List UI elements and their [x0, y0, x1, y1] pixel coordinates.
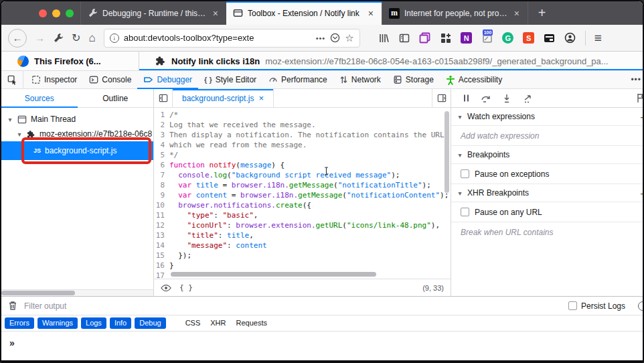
tree-item-background-script[interactable]: JS background-script.js [1, 141, 153, 160]
console-input-row[interactable]: » [1, 331, 643, 360]
scrollbar-thumb[interactable] [1, 291, 75, 295]
toolbox-target-tab[interactable]: This Firefox (6... [1, 52, 139, 70]
grammarly-extension-icon[interactable]: G [502, 32, 514, 44]
tree-item-main-thread[interactable]: ▾ Main Thread [1, 112, 153, 127]
editor-horizontal-scrollbar[interactable] [171, 272, 376, 277]
trash-icon[interactable] [8, 301, 17, 311]
filter-chip-errors[interactable]: Errors [5, 317, 34, 329]
close-icon[interactable]: × [513, 8, 521, 19]
multi-window-extension-icon[interactable] [419, 32, 431, 44]
filter-chip-logs[interactable]: Logs [81, 317, 106, 329]
add-xhr-breakpoint-button[interactable]: + [640, 188, 643, 199]
home-icon[interactable]: ⌂ [88, 31, 95, 45]
debugger-right-panel: ▾ Watch expressions + Add watch expressi… [451, 89, 643, 296]
pocket-icon[interactable] [330, 33, 340, 43]
toolbox-extension-tab[interactable]: Notify link clicks i18n moz-extension://… [139, 52, 643, 70]
pause-on-any-url-checkbox[interactable] [461, 208, 469, 216]
pause-button[interactable] [462, 94, 470, 102]
url-bar[interactable]: i about:devtools-toolbox?type=exte ••• ☆ [104, 29, 360, 48]
bookmark-star-icon[interactable]: ☆ [345, 32, 353, 44]
editor-vertical-scrollbar[interactable] [445, 111, 449, 193]
tab-debugger[interactable]: Debugger [137, 71, 198, 88]
zoom-window-button[interactable] [66, 9, 74, 17]
account-icon[interactable] [564, 32, 576, 44]
line-number: 16 [154, 261, 169, 271]
minimize-window-button[interactable] [52, 9, 60, 17]
pick-element-button[interactable] [1, 71, 23, 88]
chevron-down-icon[interactable]: ▾ [457, 113, 463, 121]
console-settings-icon[interactable] [638, 301, 644, 311]
blackbox-flag-icon[interactable] [636, 93, 643, 103]
tab-toolbox-extension[interactable]: Toolbox - Extension / Notify link × [226, 1, 382, 25]
breakpoints-header[interactable]: ▾ Breakpoints [451, 146, 643, 164]
new-tab-button[interactable]: + [528, 1, 556, 25]
score-100-extension-icon[interactable]: 100 [481, 32, 493, 44]
filter-chip-xhr[interactable]: XHR [207, 317, 229, 329]
collapse-panel-icon[interactable] [154, 89, 173, 107]
tab-outline[interactable]: Outline [78, 89, 154, 107]
wrench-devtools-icon[interactable] [53, 33, 64, 44]
chevron-down-icon[interactable]: ▾ [457, 151, 463, 159]
watch-expressions-header[interactable]: ▾ Watch expressions + [451, 108, 643, 126]
tab-sources[interactable]: Sources [1, 89, 78, 107]
filter-chip-info[interactable]: Info [110, 317, 131, 329]
step-over-button[interactable] [481, 94, 491, 103]
persist-logs-label: Persist Logs [581, 301, 625, 311]
tab-storage[interactable]: Storage [387, 71, 440, 88]
chevron-down-icon[interactable]: ▾ [16, 131, 23, 138]
filter-chip-css[interactable]: CSS [182, 317, 204, 329]
step-out-button[interactable] [522, 94, 533, 103]
chevron-down-icon[interactable]: ▾ [7, 116, 13, 123]
menu-icon[interactable]: ≡ [594, 31, 602, 46]
page-actions-icon[interactable]: ••• [316, 34, 326, 42]
tab-mozilla[interactable]: m Internet for people, not profit — × [382, 1, 528, 25]
close-icon[interactable]: × [212, 8, 220, 19]
xhr-breakpoint-input[interactable]: Break when URL contains [451, 222, 643, 242]
close-icon[interactable]: × [367, 8, 375, 19]
devtools-more-tools-icon[interactable]: ••• [631, 71, 643, 88]
tab-performance[interactable]: Performance [262, 71, 333, 88]
site-info-icon[interactable]: i [110, 33, 119, 43]
tree-item-extension[interactable]: ▾ moz-extension://e7fb218e-06c8 [1, 127, 153, 141]
tab-style-editor[interactable]: { } Style Editor [198, 71, 262, 88]
grid-plus-extension-icon[interactable] [440, 32, 452, 44]
chevron-down-icon[interactable]: ▾ [457, 190, 463, 197]
filter-chip-requests[interactable]: Requests [233, 317, 270, 329]
close-icon[interactable]: × [258, 93, 264, 103]
persist-logs-toggle[interactable]: Persist Logs [568, 301, 625, 311]
watch-eye-icon[interactable] [161, 284, 171, 292]
back-button[interactable]: ← [8, 29, 27, 48]
library-icon[interactable] [378, 32, 390, 44]
onenote-extension-icon[interactable]: N [461, 32, 473, 44]
filter-chip-warnings[interactable]: Warnings [37, 317, 78, 329]
filter-chip-debug[interactable]: Debug [135, 317, 165, 329]
step-in-button[interactable] [502, 94, 511, 103]
code-text: }); [169, 250, 191, 261]
pause-on-exceptions-checkbox[interactable] [461, 169, 469, 178]
pretty-print-button[interactable]: { } [179, 283, 193, 292]
xhr-breakpoints-header[interactable]: ▾ XHR Breakpoints + [451, 184, 643, 202]
tab-debugging-runtime[interactable]: Debugging - Runtime / this-fire × [80, 1, 226, 25]
forward-button[interactable]: → [35, 32, 45, 44]
code-editor-area[interactable]: 1/*2Log that we received the message.3Th… [154, 108, 451, 279]
tab-console[interactable]: Console [83, 71, 137, 88]
sidebar-icon[interactable] [398, 32, 410, 44]
tab-inspector[interactable]: Inspector [25, 71, 83, 88]
persist-logs-checkbox[interactable] [568, 301, 577, 310]
sources-horizontal-scrollbar[interactable] [1, 289, 153, 296]
wallet-card-extension-icon[interactable] [544, 32, 556, 44]
filter-output-input[interactable]: Filter output [24, 301, 562, 311]
reload-icon[interactable]: ↻ [72, 31, 80, 44]
tab-accessibility[interactable]: Accessibility [440, 71, 508, 88]
pause-on-exceptions-row[interactable]: Pause on exceptions [451, 164, 643, 184]
close-window-button[interactable] [39, 9, 47, 17]
tab-network[interactable]: Network [333, 71, 387, 88]
pause-on-any-url-row[interactable]: Pause on any URL [451, 202, 643, 222]
expand-panel-icon[interactable] [432, 89, 451, 107]
watch-expression-input[interactable]: Add watch expression [451, 126, 643, 146]
add-watch-expression-button[interactable]: + [640, 111, 643, 123]
savefrom-extension-icon[interactable]: S [523, 32, 535, 44]
editor-tab-background-script[interactable]: background-script.js × [173, 89, 274, 107]
accessibility-icon [446, 75, 455, 85]
url-input[interactable]: about:devtools-toolbox?type=exte [124, 33, 311, 43]
